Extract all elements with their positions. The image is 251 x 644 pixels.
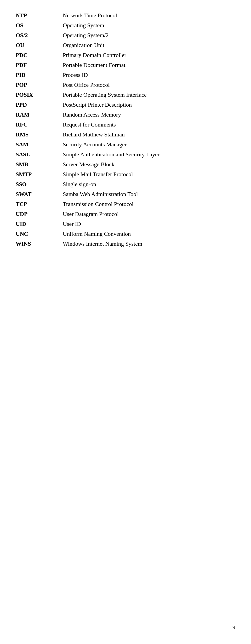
definition: Primary Domain Controller (63, 50, 235, 60)
definition: Transmission Control Protocol (63, 199, 235, 209)
table-row: RMSRichard Matthew Stallman (16, 130, 235, 140)
table-row: POSIXPortable Operating System Interface (16, 90, 235, 100)
abbreviation: NTP (16, 10, 63, 20)
table-row: RFCRequest for Comments (16, 120, 235, 130)
definition: Simple Mail Transfer Protocol (63, 169, 235, 179)
abbreviation: SMB (16, 159, 63, 169)
table-row: TCPTransmission Control Protocol (16, 199, 235, 209)
table-row: SMBServer Message Block (16, 159, 235, 169)
definition: Process ID (63, 70, 235, 80)
definition: Portable Operating System Interface (63, 90, 235, 100)
table-row: PPDPostScript Printer Description (16, 100, 235, 110)
definition: Single sign-on (63, 179, 235, 189)
abbreviation: RAM (16, 110, 63, 120)
table-row: RAMRandom Access Memory (16, 110, 235, 120)
abbreviation: RMS (16, 130, 63, 140)
abbreviation: POSIX (16, 90, 63, 100)
definition: Simple Authentication and Security Layer (63, 150, 235, 159)
definition: Operating System/2 (63, 30, 235, 40)
table-row: SWATSamba Web Administration Tool (16, 189, 235, 199)
definition: Operating System (63, 20, 235, 30)
definition: Network Time Protocol (63, 10, 235, 20)
definition: Richard Matthew Stallman (63, 130, 235, 140)
definition: Uniform Naming Convention (63, 229, 235, 239)
abbreviation: OS (16, 20, 63, 30)
table-row: UIDUser ID (16, 219, 235, 229)
abbreviation: WINS (16, 239, 63, 249)
definition: Random Access Memory (63, 110, 235, 120)
table-row: OUOrganization Unit (16, 40, 235, 50)
definition: User ID (63, 219, 235, 229)
abbreviation: RFC (16, 120, 63, 130)
acronym-table: NTPNetwork Time ProtocolOSOperating Syst… (16, 10, 235, 249)
definition: PostScript Printer Description (63, 100, 235, 110)
abbreviation: SWAT (16, 189, 63, 199)
table-row: SMTPSimple Mail Transfer Protocol (16, 169, 235, 179)
definition: Request for Comments (63, 120, 235, 130)
table-row: NTPNetwork Time Protocol (16, 10, 235, 20)
abbreviation: UID (16, 219, 63, 229)
definition: Server Message Block (63, 159, 235, 169)
abbreviation: SMTP (16, 169, 63, 179)
abbreviation: SSO (16, 179, 63, 189)
table-row: PDCPrimary Domain Controller (16, 50, 235, 60)
definition: Portable Document Format (63, 60, 235, 70)
abbreviation: PDC (16, 50, 63, 60)
abbreviation: OU (16, 40, 63, 50)
table-row: SASLSimple Authentication and Security L… (16, 150, 235, 159)
definition: Post Office Protocol (63, 80, 235, 90)
definition: Samba Web Administration Tool (63, 189, 235, 199)
definition: Organization Unit (63, 40, 235, 50)
abbreviation: PPD (16, 100, 63, 110)
definition: User Datagram Protocol (63, 209, 235, 219)
table-row: WINSWindows Internet Naming System (16, 239, 235, 249)
table-row: OS/2Operating System/2 (16, 30, 235, 40)
abbreviation: UNC (16, 229, 63, 239)
table-row: OSOperating System (16, 20, 235, 30)
table-row: SAMSecurity Accounts Manager (16, 140, 235, 150)
page-number: 9 (232, 624, 235, 631)
definition: Windows Internet Naming System (63, 239, 235, 249)
abbreviation: OS/2 (16, 30, 63, 40)
table-row: POPPost Office Protocol (16, 80, 235, 90)
table-row: SSOSingle sign-on (16, 179, 235, 189)
abbreviation: POP (16, 80, 63, 90)
abbreviation: PID (16, 70, 63, 80)
table-row: PIDProcess ID (16, 70, 235, 80)
abbreviation: PDF (16, 60, 63, 70)
abbreviation: UDP (16, 209, 63, 219)
abbreviation: SAM (16, 140, 63, 150)
table-row: UDPUser Datagram Protocol (16, 209, 235, 219)
abbreviation: SASL (16, 150, 63, 159)
abbreviation: TCP (16, 199, 63, 209)
definition: Security Accounts Manager (63, 140, 235, 150)
table-row: PDFPortable Document Format (16, 60, 235, 70)
table-row: UNCUniform Naming Convention (16, 229, 235, 239)
